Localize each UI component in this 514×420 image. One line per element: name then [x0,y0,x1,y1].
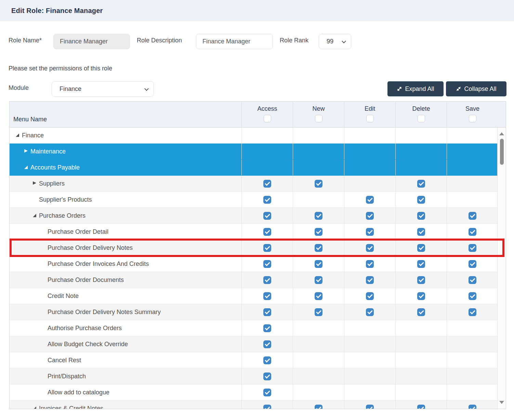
checked-checkbox-icon[interactable] [263,292,271,300]
table-row[interactable]: Purchase Order Delivery Notes Summary [10,304,506,320]
checked-checkbox-icon[interactable] [315,260,322,268]
checked-checkbox-icon[interactable] [315,212,322,220]
checked-checkbox-icon[interactable] [469,212,476,220]
checked-checkbox-icon[interactable] [315,228,322,236]
table-row[interactable]: Purchase Order Invoices And Credits [10,256,506,272]
table-row[interactable]: Purchase Order Detail [10,224,506,240]
permission-cell-delete [395,352,447,368]
table-row[interactable]: Maintenance [10,144,506,160]
table-row[interactable]: Accounts Payable [10,160,506,176]
checked-checkbox-icon[interactable] [315,244,322,252]
expand-icon [397,86,402,92]
tree-collapsed-icon[interactable] [24,150,30,153]
checked-checkbox-icon[interactable] [263,244,271,252]
checked-checkbox-icon[interactable] [263,356,271,364]
expand-all-button[interactable]: Expand All [387,81,444,96]
checked-checkbox-icon[interactable] [263,389,271,396]
checked-checkbox-icon[interactable] [366,308,374,316]
checked-checkbox-icon[interactable] [417,292,425,300]
table-row[interactable]: Print/Dispatch [10,368,506,384]
checked-checkbox-icon[interactable] [417,244,425,252]
scroll-up-icon[interactable] [499,132,504,135]
table-row[interactable]: Purchase Order Delivery Notes [10,240,506,256]
select-all-checkbox[interactable] [264,115,271,122]
menu-item-label: Supplier's Products [39,196,92,203]
permission-cell-edit [344,304,395,320]
checked-checkbox-icon[interactable] [469,228,476,236]
expander-placeholder [41,358,47,362]
checked-checkbox-icon[interactable] [366,196,374,204]
table-row[interactable]: Allow add to catalogue [10,384,506,401]
checked-checkbox-icon[interactable] [469,260,476,268]
checked-checkbox-icon[interactable] [263,324,271,332]
checked-checkbox-icon[interactable] [263,405,271,409]
expander-placeholder [41,391,47,394]
checked-checkbox-icon[interactable] [263,228,271,236]
checked-checkbox-icon[interactable] [417,180,425,188]
checked-checkbox-icon[interactable] [469,308,476,316]
checked-checkbox-icon[interactable] [263,180,271,188]
role-name-input[interactable] [53,34,130,49]
checked-checkbox-icon[interactable] [366,276,374,284]
checked-checkbox-icon[interactable] [315,292,322,300]
role-description-input[interactable] [196,34,273,49]
select-all-checkbox[interactable] [315,115,322,122]
checked-checkbox-icon[interactable] [315,308,322,316]
table-row[interactable]: Suppliers [10,176,506,192]
checked-checkbox-icon[interactable] [417,196,425,204]
checked-checkbox-icon[interactable] [417,276,425,284]
table-row[interactable]: Purchase Orders [10,208,506,224]
checked-checkbox-icon[interactable] [469,276,476,284]
scrollbar-thumb[interactable] [500,139,504,165]
permission-cell-new [293,127,344,143]
table-row[interactable]: Purchase Order Documents [10,272,506,288]
checked-checkbox-icon[interactable] [366,228,374,236]
checked-checkbox-icon[interactable] [263,196,271,204]
table-row[interactable]: Credit Note [10,288,506,304]
checked-checkbox-icon[interactable] [469,292,476,300]
checked-checkbox-icon[interactable] [417,405,425,409]
checked-checkbox-icon[interactable] [366,405,374,409]
checked-checkbox-icon[interactable] [315,276,322,284]
table-row[interactable]: Authorise Purchase Orders [10,320,506,336]
checked-checkbox-icon[interactable] [263,340,271,348]
checked-checkbox-icon[interactable] [263,260,271,268]
tree-expanded-icon[interactable] [16,134,22,137]
checked-checkbox-icon[interactable] [263,212,271,220]
table-row[interactable]: Invoices & Credit Notes [10,401,506,409]
collapse-all-button[interactable]: Collapse All [446,81,506,96]
select-all-checkbox[interactable] [469,115,476,122]
checked-checkbox-icon[interactable] [263,308,271,316]
select-all-checkbox[interactable] [418,115,425,122]
checked-checkbox-icon[interactable] [417,260,425,268]
permission-cell-delete [395,144,447,159]
checked-checkbox-icon[interactable] [366,244,374,252]
select-all-checkbox[interactable] [366,115,374,122]
checked-checkbox-icon[interactable] [417,212,425,220]
module-select[interactable]: Finance [52,81,154,97]
table-row[interactable]: Cancel Rest [10,352,506,368]
checked-checkbox-icon[interactable] [417,308,425,316]
permission-cell-new [293,288,344,304]
checked-checkbox-icon[interactable] [469,405,476,409]
collapse-all-label: Collapse All [464,85,496,93]
checked-checkbox-icon[interactable] [417,228,425,236]
table-row[interactable]: Allow Budget Check Override [10,336,506,352]
checked-checkbox-icon[interactable] [366,292,374,300]
table-row[interactable]: Finance [10,127,506,144]
checked-checkbox-icon[interactable] [469,244,476,252]
scroll-down-icon[interactable] [499,401,504,404]
checked-checkbox-icon[interactable] [263,276,271,284]
tree-collapsed-icon[interactable] [33,182,39,186]
checked-checkbox-icon[interactable] [315,180,322,188]
vertical-scrollbar[interactable] [497,127,506,409]
checked-checkbox-icon[interactable] [366,260,374,268]
checked-checkbox-icon[interactable] [315,405,322,409]
table-row[interactable]: Supplier's Products [10,192,506,208]
tree-expanded-icon[interactable] [33,407,39,409]
checked-checkbox-icon[interactable] [263,372,271,380]
role-rank-select[interactable]: 99 [319,34,351,49]
checked-checkbox-icon[interactable] [366,212,374,220]
tree-expanded-icon[interactable] [33,214,39,218]
tree-expanded-icon[interactable] [24,166,30,170]
